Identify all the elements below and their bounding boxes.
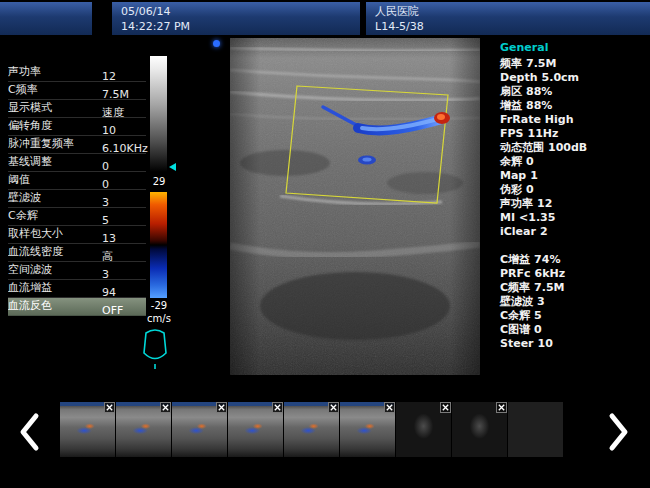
param-label: 取样包大小 [8, 226, 102, 242]
readout-label: MI [500, 211, 515, 224]
param-row[interactable]: C余辉5 [8, 208, 146, 226]
readout-label: Map [500, 169, 526, 182]
ultrasound-image[interactable] [230, 38, 480, 375]
param-label: 偏转角度 [8, 118, 102, 134]
readout-line: 频率7.5M [500, 57, 650, 71]
thumbnail[interactable] [60, 402, 115, 457]
param-row[interactable]: 血流反色OFF [8, 298, 146, 316]
velocity-min-label: -29 [146, 300, 172, 311]
section-title-general: General [500, 40, 650, 55]
thumbnail[interactable] [396, 402, 451, 457]
param-row[interactable]: 血流增益94 [8, 280, 146, 298]
readout-label: 声功率 [500, 197, 533, 210]
ultrasound-console-screen: { "header": { "date": "05/06/14", "time"… [0, 0, 650, 488]
readout-value: 1 [530, 169, 538, 182]
readout-line: MI<1.35 [500, 211, 650, 225]
thumbnail[interactable] [340, 402, 395, 457]
thumbnail[interactable] [228, 402, 283, 457]
thumbnail-strip [60, 402, 563, 457]
thumbnail-close-button[interactable] [384, 402, 395, 413]
close-icon [385, 403, 394, 412]
body-marker-icon [139, 328, 171, 370]
close-icon [273, 403, 282, 412]
readout-line: C频率7.5M [500, 281, 650, 295]
readout-line: C增益74% [500, 253, 650, 267]
thumbnail[interactable] [116, 402, 171, 457]
thumbnail[interactable] [452, 402, 507, 457]
readout-value: 7.5M [534, 281, 564, 294]
patient-info-panel: 人民医院 L14-5/38 [366, 2, 650, 35]
readout-label: 扇区 [500, 85, 522, 98]
thumbnail-close-button[interactable] [216, 402, 227, 413]
thumbnail[interactable] [172, 402, 227, 457]
close-icon [217, 403, 226, 412]
hospital-name: 人民医院 [375, 4, 650, 19]
close-icon [441, 403, 450, 412]
velocity-max-label: 29 [148, 176, 170, 187]
readout-label: C频率 [500, 281, 530, 294]
param-row[interactable]: 显示模式速度 [8, 100, 146, 118]
close-icon [105, 403, 114, 412]
doppler-color-bar [150, 192, 167, 298]
top-bar: 05/06/14 14:22:27 PM 人民医院 L14-5/38 [0, 0, 650, 37]
param-row[interactable]: 空间滤波3 [8, 262, 146, 280]
thumbnail-close-button[interactable] [328, 402, 339, 413]
param-row[interactable]: C频率7.5M [8, 82, 146, 100]
param-row[interactable]: 脉冲重复频率6.10KHz [8, 136, 146, 154]
chevron-right-icon [606, 412, 632, 452]
thumbnail-close-button[interactable] [496, 402, 507, 413]
thumbnail-close-button[interactable] [272, 402, 283, 413]
thumbnail-next-button[interactable] [606, 412, 632, 452]
param-label: 血流反色 [8, 298, 102, 314]
body-marker-svg [139, 328, 171, 370]
readout-line: 增益88% [500, 99, 650, 113]
readout-value: 0 [526, 155, 534, 168]
readout-line: PRFc6kHz [500, 267, 650, 281]
readout-value: 5.0cm [542, 71, 579, 84]
readout-value: 12 [537, 197, 552, 210]
param-row[interactable]: 阈值0 [8, 172, 146, 190]
thumbnail[interactable] [284, 402, 339, 457]
top-bar-left-block [0, 2, 92, 35]
color-readouts: C增益74% PRFc6kHz C频率7.5M 壁滤波3 C余辉5 C图谱0 S… [500, 253, 650, 351]
readout-label: FPS [500, 127, 524, 140]
thumbnail[interactable] [508, 402, 563, 457]
gain-marker-icon [169, 163, 176, 171]
param-row[interactable]: 基线调整0 [8, 154, 146, 172]
param-row[interactable]: 壁滤波3 [8, 190, 146, 208]
readout-label: 壁滤波 [500, 295, 533, 308]
readout-value: 11Hz [528, 127, 559, 140]
thumbnail-close-button[interactable] [104, 402, 115, 413]
close-icon [497, 403, 506, 412]
readout-value: 6kHz [535, 267, 566, 280]
readout-label: Steer [500, 337, 534, 350]
general-readouts: 频率7.5M Depth5.0cm 扇区88% 增益88% FrRateHigh… [500, 57, 650, 239]
readout-value: 88% [526, 99, 552, 112]
readout-label: 伪彩 [500, 183, 522, 196]
thumbnail-prev-button[interactable] [16, 412, 42, 452]
readout-label: 动态范围 [500, 141, 544, 154]
datetime-panel: 05/06/14 14:22:27 PM [112, 2, 360, 35]
readout-line: 动态范围100dB [500, 141, 650, 155]
readout-line: C余辉5 [500, 309, 650, 323]
param-row[interactable]: 取样包大小13 [8, 226, 146, 244]
thumbnail-close-button[interactable] [440, 402, 451, 413]
readout-value: 100dB [548, 141, 587, 154]
readout-label: 增益 [500, 99, 522, 112]
readout-label: Depth [500, 71, 538, 84]
readout-value: 2 [540, 225, 548, 238]
velocity-unit-label: cm/s [144, 313, 174, 324]
thumbnail-close-button[interactable] [160, 402, 171, 413]
readout-panel: General 频率7.5M Depth5.0cm 扇区88% 增益88% Fr… [500, 40, 650, 351]
param-label: 血流线密度 [8, 244, 102, 260]
param-row[interactable]: 血流线密度高 [8, 244, 146, 262]
close-icon [329, 403, 338, 412]
param-row[interactable]: 偏转角度10 [8, 118, 146, 136]
readout-gap [500, 239, 650, 253]
param-row[interactable]: 声功率12 [8, 64, 146, 82]
readout-line: Depth5.0cm [500, 71, 650, 85]
readout-value: <1.35 [519, 211, 555, 224]
param-label: 显示模式 [8, 100, 102, 116]
readout-line: Map1 [500, 169, 650, 183]
readout-line: 声功率12 [500, 197, 650, 211]
